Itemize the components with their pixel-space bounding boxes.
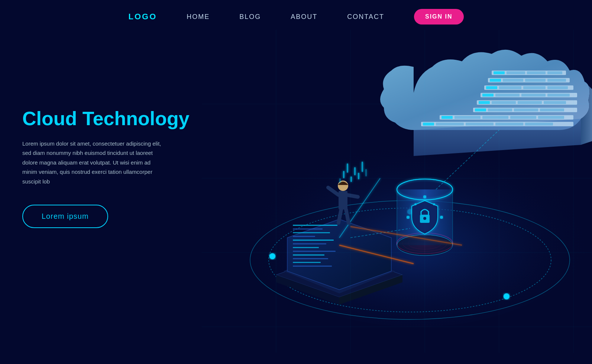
svg-rect-24 (521, 94, 546, 97)
hero-illustration (202, 30, 592, 353)
svg-rect-33 (488, 108, 512, 111)
svg-rect-28 (492, 101, 516, 104)
svg-point-93 (433, 203, 435, 205)
nav-blog[interactable]: BLOG (239, 13, 261, 21)
svg-rect-10 (547, 71, 562, 74)
navigation: LOGO HOME BLOG ABOUT CONTACT SIGN IN (0, 0, 592, 33)
svg-rect-13 (503, 79, 523, 82)
svg-rect-30 (544, 101, 566, 104)
svg-rect-73 (362, 162, 363, 172)
svg-rect-74 (339, 178, 341, 183)
svg-rect-46 (495, 123, 523, 126)
svg-rect-44 (436, 123, 464, 126)
svg-rect-69 (347, 163, 348, 173)
svg-rect-9 (527, 71, 546, 74)
svg-rect-34 (514, 108, 538, 111)
svg-rect-47 (525, 123, 553, 126)
svg-rect-75 (365, 169, 367, 176)
svg-rect-15 (547, 79, 566, 82)
nav-contact[interactable]: CONTACT (347, 13, 384, 21)
svg-rect-39 (482, 116, 508, 119)
svg-rect-32 (475, 108, 486, 111)
svg-rect-22 (482, 94, 494, 97)
svg-rect-70 (350, 176, 352, 182)
signin-button[interactable]: SIGN IN (414, 9, 464, 25)
hero-description: Lorem ipsum dolor sit amet, consectetuer… (22, 139, 164, 186)
svg-point-4 (504, 293, 509, 299)
svg-rect-20 (547, 86, 568, 89)
svg-point-90 (440, 216, 443, 219)
svg-line-65 (347, 195, 358, 197)
svg-rect-14 (525, 79, 546, 82)
svg-point-89 (407, 216, 410, 219)
svg-line-66 (339, 209, 341, 223)
svg-rect-19 (523, 86, 546, 89)
svg-rect-45 (466, 123, 494, 126)
svg-point-92 (414, 203, 417, 205)
svg-rect-27 (479, 101, 490, 104)
svg-rect-37 (441, 116, 453, 119)
svg-rect-40 (510, 116, 536, 119)
svg-rect-8 (507, 71, 525, 74)
hero-content: Cloud Technology Lorem ipsum dolor sit a… (22, 108, 193, 228)
svg-rect-71 (354, 167, 356, 175)
hero-title: Cloud Technology (22, 108, 193, 130)
svg-rect-35 (540, 108, 564, 111)
svg-rect-41 (538, 116, 564, 119)
svg-rect-68 (343, 171, 344, 178)
svg-rect-29 (518, 101, 542, 104)
svg-rect-25 (547, 94, 570, 97)
svg-line-67 (346, 209, 349, 223)
logo[interactable]: LOGO (128, 12, 157, 22)
nav-about[interactable]: ABOUT (291, 13, 317, 21)
svg-point-3 (269, 253, 275, 259)
svg-rect-63 (339, 191, 347, 209)
cta-button[interactable]: Lorem ipsum (22, 205, 108, 228)
svg-rect-38 (454, 116, 481, 119)
svg-rect-17 (486, 86, 497, 89)
svg-rect-18 (499, 86, 521, 89)
nav-home[interactable]: HOME (187, 13, 210, 21)
